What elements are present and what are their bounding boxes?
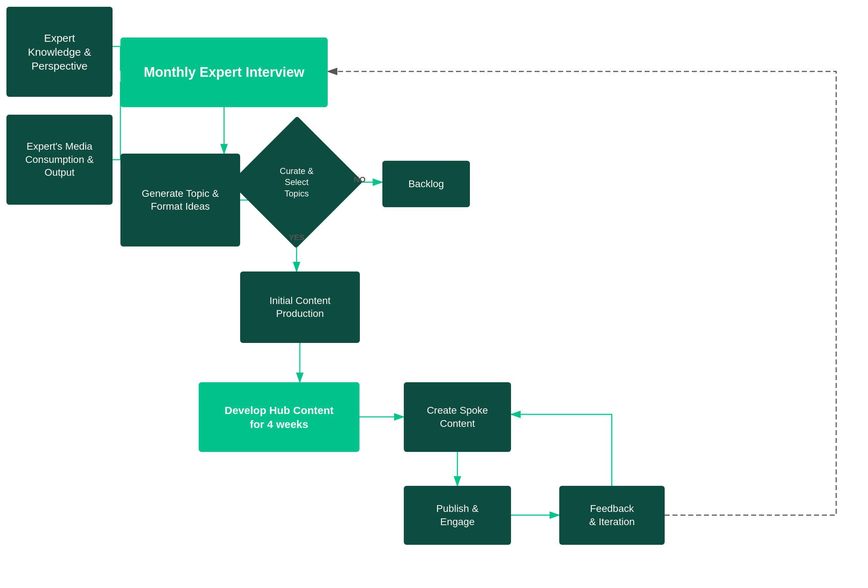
create-spoke-node: Create Spoke Content	[404, 382, 511, 452]
curate-select-diamond: Curate & Select Topics	[250, 135, 343, 229]
yes-label: YES	[289, 233, 304, 242]
monthly-interview-node: Monthly Expert Interview	[120, 37, 328, 107]
expert-knowledge-node: Expert Knowledge & Perspective	[6, 7, 112, 97]
backlog-node: Backlog	[382, 161, 470, 207]
develop-hub-node: Develop Hub Content for 4 weeks	[199, 382, 360, 452]
experts-media-node: Expert's Media Consumption & Output	[6, 115, 112, 205]
generate-topic-node: Generate Topic & Format Ideas	[120, 153, 240, 246]
flowchart-diagram: Expert Knowledge & Perspective Expert's …	[0, 0, 868, 588]
publish-engage-node: Publish & Engage	[404, 486, 511, 545]
feedback-iteration-node: Feedback & Iteration	[559, 486, 665, 545]
no-label: NO	[354, 175, 366, 184]
initial-content-node: Initial Content Production	[240, 271, 360, 343]
